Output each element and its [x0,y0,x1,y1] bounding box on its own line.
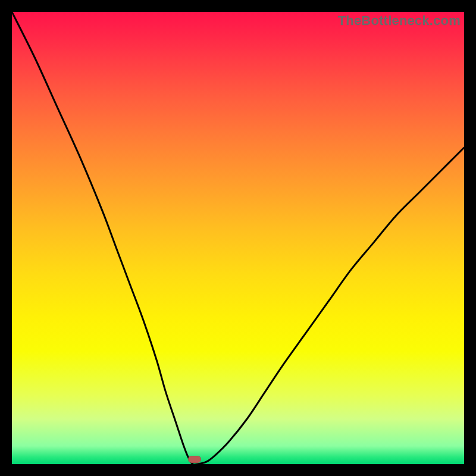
plot-frame: TheBottleneck.com [12,12,464,464]
bottleneck-curve [12,12,464,464]
optimal-marker [188,456,201,463]
